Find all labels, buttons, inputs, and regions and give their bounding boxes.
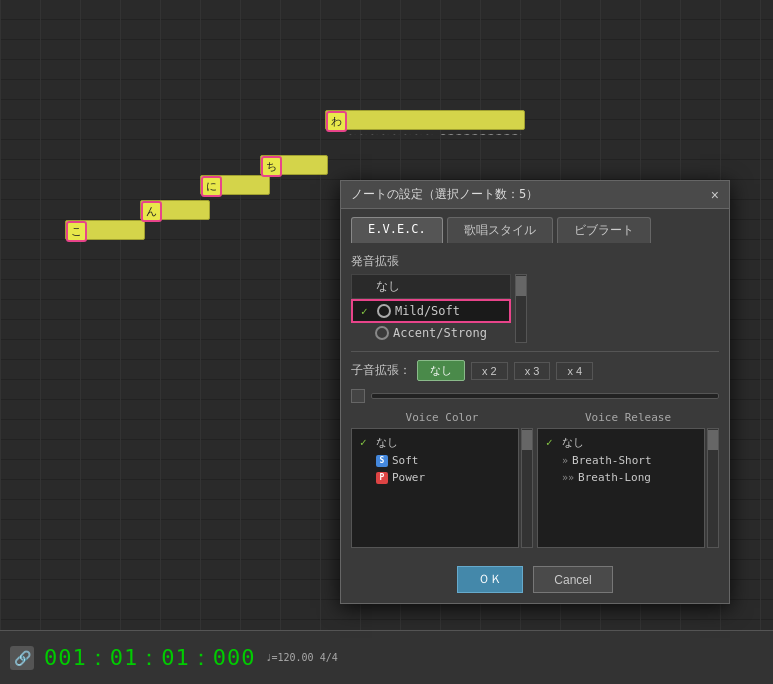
consonant-none-btn[interactable]: なし xyxy=(417,360,465,381)
dialog-close-button[interactable]: × xyxy=(711,187,719,203)
voice-release-breath-short-label: Breath-Short xyxy=(572,454,651,467)
voice-color-power-label: Power xyxy=(392,471,425,484)
badge-s: S xyxy=(376,455,388,467)
note-chi[interactable]: ち xyxy=(260,155,328,175)
voice-section: Voice Color ✓ なし S Soft xyxy=(351,411,719,548)
voice-release-list: ✓ なし » Breath-Short »» Breath-Long xyxy=(537,428,705,548)
dialog-title: ノートの設定（選択ノート数：5） xyxy=(351,186,538,203)
tab-evec[interactable]: E.V.E.C. xyxy=(351,217,443,243)
note-wavy: ～～～～～～～～ xyxy=(346,127,526,135)
voice-color-panel: Voice Color ✓ なし S Soft xyxy=(351,411,533,548)
voice-release-breath-long-label: Breath-Long xyxy=(578,471,651,484)
dialog-footer: ＯＫ Cancel xyxy=(341,558,729,603)
voice-color-soft[interactable]: S Soft xyxy=(352,452,518,469)
consonant-x4-btn[interactable]: x 4 xyxy=(556,362,593,380)
mild-check: ✓ xyxy=(361,305,373,318)
mild-icon xyxy=(377,304,391,318)
dialog-tabs: E.V.E.C. 歌唱スタイル ビブラート xyxy=(341,209,729,243)
voice-release-none[interactable]: ✓ なし xyxy=(538,433,704,452)
tab-singing-style[interactable]: 歌唱スタイル xyxy=(447,217,553,243)
dialog-body: 発音拡張 なし ✓ Mild/Soft Accent/ xyxy=(341,243,729,558)
badge-p: P xyxy=(376,472,388,484)
consonant-label: 子音拡張： xyxy=(351,362,411,379)
voice-color-list: ✓ なし S Soft P Power xyxy=(351,428,519,548)
timecode-display: 001：01：01：000 xyxy=(44,643,255,673)
note-nn[interactable]: ん xyxy=(140,200,210,220)
note-ko[interactable]: こ xyxy=(65,220,145,240)
phonetic-accent-item[interactable]: Accent/Strong xyxy=(351,323,511,343)
transport-bar: 🔗 001：01：01：000 ♩=120.00 4/4 xyxy=(0,630,773,684)
note-label-ko: こ xyxy=(66,221,87,242)
voice-color-power[interactable]: P Power xyxy=(352,469,518,486)
bpm-display: ♩=120.00 4/4 xyxy=(265,652,337,663)
slider-checkbox[interactable] xyxy=(351,389,365,403)
link-icon[interactable]: 🔗 xyxy=(10,646,34,670)
mild-soft-label: Mild/Soft xyxy=(395,304,460,318)
voice-color-soft-label: Soft xyxy=(392,454,419,467)
voice-color-none-label: なし xyxy=(376,435,398,450)
consonant-x3-btn[interactable]: x 3 xyxy=(514,362,551,380)
note-label-chi: ち xyxy=(261,156,282,177)
voice-color-header: Voice Color xyxy=(351,411,533,424)
accent-strong-label: Accent/Strong xyxy=(393,326,487,340)
breath-long-arrow: »» xyxy=(562,472,574,483)
voice-release-breath-short[interactable]: » Breath-Short xyxy=(538,452,704,469)
ok-button[interactable]: ＯＫ xyxy=(457,566,523,593)
voice-release-none-label: なし xyxy=(562,435,584,450)
note-label-ni: に xyxy=(201,176,222,197)
voice-color-none[interactable]: ✓ なし xyxy=(352,433,518,452)
note-label-wa: わ xyxy=(326,111,347,132)
phonetic-mild-soft-item[interactable]: ✓ Mild/Soft xyxy=(351,299,511,323)
divider-1 xyxy=(351,351,719,352)
slider-row xyxy=(351,389,719,403)
voice-color-scrollbar[interactable] xyxy=(521,428,533,548)
consonant-x2-btn[interactable]: x 2 xyxy=(471,362,508,380)
note-wa[interactable]: わ ～～～～～～～～ xyxy=(325,110,525,130)
dialog-titlebar: ノートの設定（選択ノート数：5） × xyxy=(341,181,729,209)
phonetic-scrollbar[interactable] xyxy=(515,274,527,343)
phonetic-none-label: なし xyxy=(376,278,400,295)
consonant-row: 子音拡張： なし x 2 x 3 x 4 xyxy=(351,360,719,381)
phonetic-section-label: 発音拡張 xyxy=(351,253,719,270)
tab-vibrato[interactable]: ビブラート xyxy=(557,217,651,243)
breath-short-arrow: » xyxy=(562,455,568,466)
note-ni[interactable]: に xyxy=(200,175,270,195)
note-label-nn: ん xyxy=(141,201,162,222)
voice-release-breath-long[interactable]: »» Breath-Long xyxy=(538,469,704,486)
voice-release-header: Voice Release xyxy=(537,411,719,424)
slider-track[interactable] xyxy=(371,393,719,399)
note-settings-dialog: ノートの設定（選択ノート数：5） × E.V.E.C. 歌唱スタイル ビブラート… xyxy=(340,180,730,604)
voice-release-panel: Voice Release ✓ なし » Breath-Short xyxy=(537,411,719,548)
voice-release-scrollbar[interactable] xyxy=(707,428,719,548)
phonetic-dropdown: なし ✓ Mild/Soft Accent/Strong xyxy=(351,274,719,343)
cancel-button[interactable]: Cancel xyxy=(533,566,612,593)
phonetic-none-item[interactable]: なし xyxy=(351,274,511,299)
